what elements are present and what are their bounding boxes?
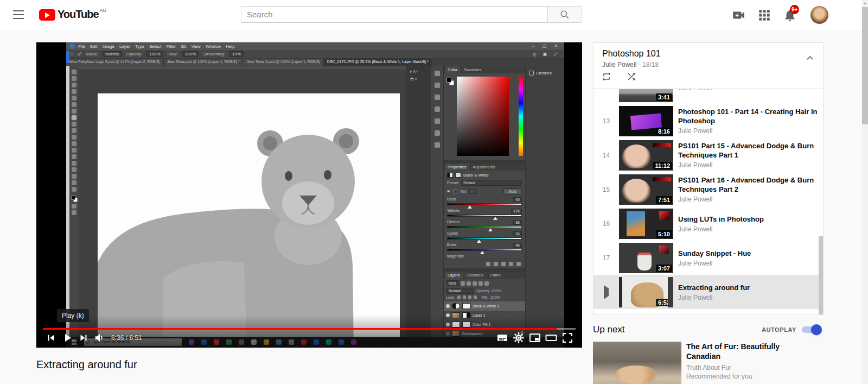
shuffle-playlist-icon[interactable] <box>626 71 637 82</box>
ps-adjustments-tab: Adjustments <box>470 163 497 171</box>
collapse-playlist-icon[interactable] <box>805 53 815 64</box>
playlist-scrollbar-thumb[interactable] <box>819 236 823 314</box>
youtube-play-icon <box>39 9 55 21</box>
up-next-heading: Up next <box>593 324 625 335</box>
next-button[interactable] <box>75 330 92 346</box>
ps-slider-greens: Greens96 <box>447 220 522 228</box>
ps-dock-gutter: ▸ A≡ ⬒ ⌗ <box>406 66 431 337</box>
gear-icon <box>513 332 525 344</box>
youtube-logo[interactable]: YouTube AU <box>39 8 106 21</box>
ps-adjustment-name: Black & White <box>463 173 489 178</box>
ps-canvas-area <box>79 66 406 337</box>
up-next-channel: Truth About Fur <box>686 364 811 372</box>
ps-ruler <box>79 66 406 70</box>
ps-lioness-image <box>98 93 400 348</box>
page-scrollbar[interactable]: ▲ <box>862 0 868 384</box>
playlist-item[interactable]: 3:41 Julie Powell <box>593 89 823 104</box>
create-video-icon[interactable]: + <box>732 8 746 22</box>
now-playing-indicator-icon <box>604 285 609 299</box>
video-thumbnail: 8:16 <box>619 106 673 136</box>
ps-doc-tab: Jess Teow.psd @ 100% (Layer 1, RGB/8) * <box>164 59 244 66</box>
ps-doc-tab-active: DSC_0170.JPG @ 25.2% (Black & White 1, L… <box>324 59 432 66</box>
notification-count-badge: 9+ <box>790 5 799 14</box>
ps-slider-cyans: Cyans24 <box>447 231 522 240</box>
playlist-item[interactable]: 14 11:12 PS101 Part 15 - Advanced Dodge … <box>593 138 823 172</box>
duration-badge: 3:41 <box>656 93 672 101</box>
ps-slider-yellows: Yellows126 <box>447 209 522 217</box>
ps-app-icon <box>69 43 75 49</box>
theater-icon <box>545 331 558 344</box>
ps-libraries-panel: Libraries <box>525 66 564 337</box>
ps-menu-bar: FileEditImageLayerTypeSelectFilter3DView… <box>66 42 564 50</box>
miniplayer-icon <box>528 331 541 344</box>
video-thumbnail: 5:10 <box>619 209 673 239</box>
ps-tint-checkbox <box>454 190 457 193</box>
playlist-item[interactable]: 17 3:07 Sunday Snippet - HueJulie Powell <box>593 241 823 275</box>
fullscreen-icon <box>561 331 574 344</box>
ps-foreground-background-swatches <box>71 196 78 202</box>
ps-saturation-gradient <box>457 77 509 156</box>
miniplayer-button[interactable] <box>527 330 543 346</box>
skip-previous-icon <box>45 332 57 344</box>
play-button[interactable] <box>59 330 75 346</box>
ps-auto-button: Auto <box>503 188 522 194</box>
playlist-byline: Julie Powell - 18/18 <box>602 61 814 68</box>
time-display: 6:36 / 6:51 <box>111 334 142 342</box>
subtitles-button[interactable] <box>494 330 510 346</box>
ps-layers-tab: Layers <box>445 272 463 279</box>
ps-slider-reds: Reds40 <box>447 197 522 205</box>
playlist-item-current[interactable]: 6:52 Extracting around furJulie Powell <box>593 275 823 309</box>
youtube-watch-page: { "header": { "logo_text": "YouTube", "l… <box>0 0 868 384</box>
volume-icon <box>94 332 106 344</box>
ps-options-right-icons: Q ▣ ⤢ <box>533 52 560 57</box>
playlist-title: Photoshop 101 <box>602 49 814 59</box>
up-next-video[interactable]: The Art of Fur: Beautifully Canadian Tru… <box>593 342 824 384</box>
duration-badge: 5:10 <box>656 230 672 238</box>
ps-layer-row: Black & White 1 <box>444 301 525 311</box>
ps-options-bar: ⌂🖉 Mode:Normal Opacity:100% Flow:100% Sm… <box>66 50 564 59</box>
ps-channels-tab: Channels <box>464 272 487 279</box>
logo-text: YouTube <box>58 8 99 21</box>
account-avatar[interactable] <box>810 6 828 24</box>
search-button[interactable] <box>547 6 582 23</box>
top-bar: YouTube AU + 9+ <box>0 0 868 30</box>
previous-button[interactable] <box>43 330 59 346</box>
ps-document-tabs: Miss Fairyfloss Logo 3.psd @ 147% (Layer… <box>66 59 564 66</box>
ps-slider-blues: Blues46 <box>447 243 522 251</box>
autoplay-toggle-knob <box>811 324 822 335</box>
theater-mode-button[interactable] <box>543 330 559 346</box>
autoplay-toggle[interactable] <box>802 326 820 333</box>
skip-next-icon <box>78 332 90 344</box>
up-next-video-title: The Art of Fur: Beautifully Canadian <box>686 342 811 361</box>
ps-paths-tab: Paths <box>487 272 503 279</box>
up-next-note: Recommended for you <box>686 373 811 380</box>
hamburger-menu-icon[interactable] <box>13 10 24 20</box>
duration-badge: 7:51 <box>656 196 672 204</box>
player-controls: 6:36 / 6:51 <box>43 330 576 346</box>
loop-playlist-icon[interactable] <box>601 71 612 82</box>
duration-badge: 8:16 <box>656 128 672 135</box>
playlist-item[interactable]: 15 7:51 PS101 Part 16 - Advanced Dodge &… <box>593 172 823 206</box>
playlist-item[interactable]: 13 8:16 Photoshop 101 - Part 14 - Creati… <box>593 104 823 138</box>
video-thumbnail: 6:52 <box>619 277 673 307</box>
up-next-thumbnail <box>593 342 681 384</box>
scrollbar-up-arrow[interactable]: ▲ <box>863 1 867 5</box>
playlist-header: Photoshop 101 Julie Powell - 18/18 <box>593 43 823 89</box>
search-input[interactable] <box>241 6 547 23</box>
volume-button[interactable] <box>92 330 108 346</box>
play-icon <box>61 331 74 344</box>
settings-button[interactable] <box>510 330 527 346</box>
ps-collapsed-panels-strip <box>431 66 444 337</box>
video-player[interactable]: FileEditImageLayerTypeSelectFilter3DView… <box>36 42 582 348</box>
ps-color-tab: Color <box>445 66 460 73</box>
apps-grid-icon[interactable] <box>757 8 771 22</box>
ps-toolbar <box>69 66 79 337</box>
fullscreen-button[interactable] <box>559 330 576 346</box>
playlist-item[interactable]: 16 5:10 Using LUTs in PhotoshopJulie Pow… <box>593 206 823 241</box>
page-scrollbar-thumb[interactable] <box>862 7 868 124</box>
playlist-items: 3:41 Julie Powell 13 8:16 Photoshop 101 … <box>593 89 823 314</box>
ps-properties-tab: Properties <box>445 163 469 171</box>
ps-preset-select: Default <box>461 180 522 186</box>
duration-badge: 11:12 <box>653 162 672 169</box>
video-thumbnail: 3:41 <box>619 89 673 102</box>
